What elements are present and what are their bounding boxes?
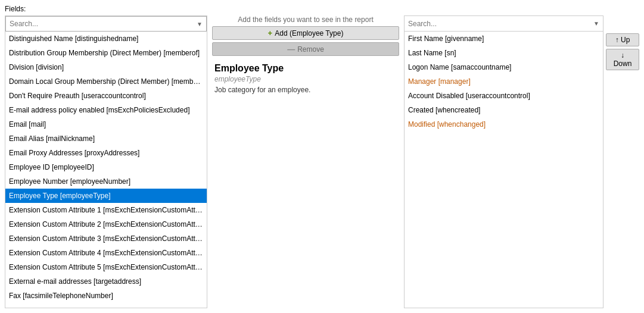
field-detail-title: Employee Type xyxy=(214,63,397,74)
middle-panel: Add the fields you want to see in the re… xyxy=(207,15,404,308)
right-search-input[interactable] xyxy=(405,20,591,28)
fields-label: Fields: xyxy=(5,5,639,13)
right-list-item[interactable]: Manager [manager] xyxy=(405,74,603,89)
list-item[interactable]: Extension Custom Attribute 4 [msExchExte… xyxy=(5,246,207,260)
list-item[interactable]: Extension Custom Attribute 2 [msExchExte… xyxy=(5,217,207,231)
field-detail: Employee Type employeeType Job category … xyxy=(212,63,399,94)
up-button[interactable]: ↑ Up xyxy=(606,33,639,46)
list-item[interactable]: Employee ID [employeeID] xyxy=(5,160,207,174)
list-item[interactable]: Email Alias [mailNickname] xyxy=(5,132,207,146)
updown-panel: ↑ Up ↓ Down xyxy=(603,15,639,308)
main-layout: ▼ Distinguished Name [distinguishedname]… xyxy=(5,15,639,308)
list-item[interactable]: Extension Custom Attribute 5 [msExchExte… xyxy=(5,260,207,274)
minus-icon: — xyxy=(287,45,295,54)
right-list-item[interactable]: Modified [whenchanged] xyxy=(405,117,603,132)
list-item[interactable]: External e-mail addresses [targetaddress… xyxy=(5,274,207,289)
left-panel: ▼ Distinguished Name [distinguishedname]… xyxy=(5,15,207,308)
left-search-dropdown-arrow[interactable]: ▼ xyxy=(194,21,206,27)
list-item[interactable]: Don't Require Preauth [useraccountcontro… xyxy=(5,89,207,103)
page: Fields: ▼ Distinguished Name [distinguis… xyxy=(0,0,644,313)
left-search-input[interactable] xyxy=(6,20,194,28)
right-list-item[interactable]: First Name [givenname] xyxy=(405,32,603,46)
plus-icon: + xyxy=(268,29,273,37)
remove-button-label: Remove xyxy=(297,45,324,54)
list-item[interactable]: Distinguished Name [distinguishedname] xyxy=(5,32,207,46)
list-item[interactable]: Extension Custom Attribute 1 [msExchExte… xyxy=(5,203,207,217)
left-search-box[interactable]: ▼ xyxy=(5,16,207,32)
remove-button[interactable]: — Remove xyxy=(212,42,399,56)
add-instruction: Add the fields you want to see in the re… xyxy=(238,15,373,24)
down-button[interactable]: ↓ Down xyxy=(606,49,639,70)
list-item[interactable]: Email Proxy Addresses [proxyAddresses] xyxy=(5,146,207,160)
left-list: Distinguished Name [distinguishedname]Di… xyxy=(5,32,207,308)
list-item[interactable]: E-mail address policy enabled [msExchPol… xyxy=(5,103,207,117)
list-item[interactable]: Distribution Group Membership (Direct Me… xyxy=(5,46,207,60)
right-search-box[interactable]: ▼ xyxy=(405,16,603,32)
right-panel: ▼ First Name [givenname]Last Name [sn]Lo… xyxy=(404,15,603,308)
right-search-dropdown-arrow[interactable]: ▼ xyxy=(591,20,603,27)
list-item[interactable]: Employee Type [employeeType] xyxy=(5,189,207,203)
right-list-item[interactable]: Logon Name [samaccountname] xyxy=(405,60,603,74)
field-detail-description: Job category for an employee. xyxy=(214,86,397,94)
right-list-item[interactable]: Last Name [sn] xyxy=(405,46,603,60)
list-item[interactable]: Fax [facsimileTelephoneNumber] xyxy=(5,289,207,303)
list-item[interactable]: Email [mail] xyxy=(5,117,207,132)
field-detail-type: employeeType xyxy=(214,75,397,83)
add-button[interactable]: + Add (Employee Type) xyxy=(212,26,399,40)
list-item[interactable]: Employee Number [employeeNumber] xyxy=(5,174,207,189)
list-item[interactable]: Domain Local Group Membership (Direct Me… xyxy=(5,74,207,89)
list-item[interactable]: Division [division] xyxy=(5,60,207,74)
right-list: First Name [givenname]Last Name [sn]Logo… xyxy=(405,32,603,308)
list-item[interactable]: Extension Custom Attribute 3 [msExchExte… xyxy=(5,231,207,246)
add-button-label: Add (Employee Type) xyxy=(275,29,343,37)
right-list-item[interactable]: Created [whencreated] xyxy=(405,103,603,117)
right-list-item[interactable]: Account Disabled [useraccountcontrol] xyxy=(405,89,603,103)
